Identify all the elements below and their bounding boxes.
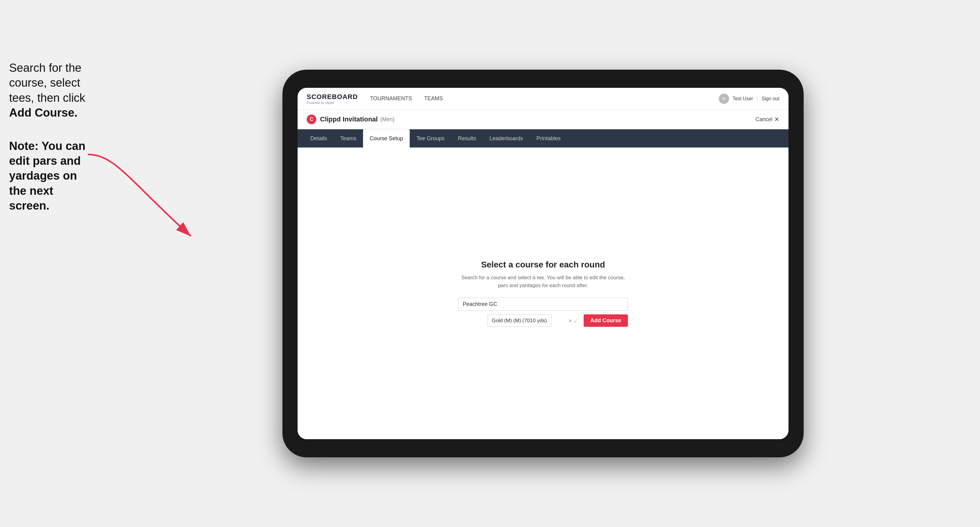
tab-leaderboards[interactable]: Leaderboards bbox=[483, 129, 530, 148]
tab-bar: Details Teams Course Setup Tee Groups Re… bbox=[298, 129, 789, 148]
nav-tournaments[interactable]: TOURNAMENTS bbox=[370, 94, 412, 103]
arrow-icon bbox=[70, 145, 245, 260]
add-course-button[interactable]: Add Course bbox=[584, 314, 628, 327]
card-description: Search for a course and select a tee. Yo… bbox=[458, 274, 628, 289]
tournament-gender: (Men) bbox=[380, 116, 395, 123]
tee-select-row: Gold (M) (M) (7010 yds) Add Course bbox=[458, 314, 628, 327]
tablet-screen: SCOREBOARD Powered by clippd TOURNAMENTS… bbox=[298, 88, 789, 439]
cancel-button[interactable]: Cancel ✕ bbox=[756, 116, 780, 123]
instruction-highlight: Add Course. bbox=[9, 106, 78, 119]
tournament-name: Clippd Invitational bbox=[320, 115, 378, 123]
sign-out-link[interactable]: Sign out bbox=[762, 96, 780, 102]
tab-results[interactable]: Results bbox=[451, 129, 483, 148]
tab-details[interactable]: Details bbox=[304, 129, 334, 148]
instruction-note: Note: You can edit pars and yardages on … bbox=[9, 139, 94, 214]
instruction-panel: Search for thecourse, selecttees, then c… bbox=[9, 60, 94, 214]
logo-sub: Powered by clippd bbox=[307, 101, 358, 105]
user-avatar: R bbox=[719, 94, 729, 104]
pipe-divider: | bbox=[757, 96, 758, 102]
tab-course-setup[interactable]: Course Setup bbox=[363, 129, 410, 148]
course-search-input[interactable] bbox=[458, 298, 628, 311]
tee-select[interactable]: Gold (M) (M) (7010 yds) bbox=[487, 314, 552, 327]
tab-printables[interactable]: Printables bbox=[530, 129, 567, 148]
top-nav: SCOREBOARD Powered by clippd TOURNAMENTS… bbox=[298, 88, 789, 110]
tab-teams[interactable]: Teams bbox=[334, 129, 363, 148]
logo-text: SCOREBOARD bbox=[307, 93, 358, 101]
tee-select-wrapper: Gold (M) (M) (7010 yds) bbox=[458, 314, 581, 327]
instruction-text: Search for thecourse, selecttees, then c… bbox=[9, 60, 94, 121]
tablet-device: SCOREBOARD Powered by clippd TOURNAMENTS… bbox=[282, 70, 803, 457]
top-nav-links: TOURNAMENTS TEAMS bbox=[370, 94, 719, 103]
course-setup-card: Select a course for each round Search fo… bbox=[458, 260, 628, 327]
tournament-header: C Clippd Invitational (Men) Cancel ✕ bbox=[298, 110, 789, 129]
tournament-logo: C bbox=[307, 114, 317, 124]
tab-tee-groups[interactable]: Tee Groups bbox=[410, 129, 451, 148]
top-nav-right: R Test User | Sign out bbox=[719, 94, 780, 104]
cancel-x-icon: ✕ bbox=[774, 116, 780, 123]
cancel-label: Cancel bbox=[756, 116, 772, 123]
nav-teams[interactable]: TEAMS bbox=[424, 94, 443, 103]
main-content: Select a course for each round Search fo… bbox=[298, 148, 789, 439]
card-title: Select a course for each round bbox=[458, 260, 628, 270]
logo-area: SCOREBOARD Powered by clippd bbox=[307, 93, 358, 105]
arrow-container bbox=[70, 145, 245, 260]
user-name: Test User bbox=[733, 96, 753, 102]
